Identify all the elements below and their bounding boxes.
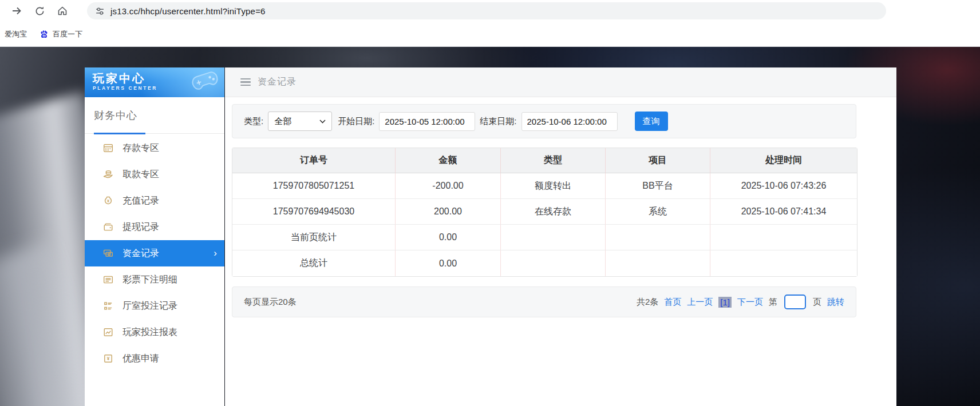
promo-yuan-icon: ¥ <box>103 353 113 364</box>
pagination-bar: 每页显示20条 共2条 首页 上一页 [1] 下一页 第 页 跳转 <box>232 286 856 317</box>
cell-empty <box>501 225 606 250</box>
hand-coins-icon <box>103 169 113 180</box>
bookmark-aitaobao[interactable]: 爱淘宝 <box>5 29 27 39</box>
menu-toggle-icon[interactable] <box>240 78 251 86</box>
sidebar-item-label: 取款专区 <box>122 169 159 181</box>
column-header-order-id: 订单号 <box>232 148 396 173</box>
reload-icon[interactable] <box>32 3 47 18</box>
cell-type: 在线存款 <box>501 199 606 225</box>
jump-button[interactable]: 跳转 <box>827 297 844 308</box>
deposit-card-icon <box>103 143 113 153</box>
sidebar-item-deposit-zone[interactable]: 存款专区 <box>85 135 224 161</box>
sidebar-item-label: 优惠申请 <box>122 353 159 365</box>
sidebar-item-promo-apply[interactable]: ¥ 优惠申请 <box>85 345 224 372</box>
prev-page-link[interactable]: 上一页 <box>687 297 713 308</box>
end-date-input[interactable] <box>521 112 618 131</box>
sidebar: 玩家中心 PLAYERS CENTER 财务中心 存款专区 取款专区 ¥ <box>85 67 224 406</box>
wallet-icon <box>103 222 113 232</box>
sidebar-item-hall-bet-record[interactable]: 厅室投注记录 <box>85 293 224 319</box>
cell-empty <box>710 225 857 250</box>
home-icon[interactable] <box>55 3 70 18</box>
type-select-value: 全部 <box>274 116 291 127</box>
sidebar-item-label: 彩票下注明细 <box>122 274 177 286</box>
start-date-label: 开始日期: <box>338 116 374 127</box>
cell-label: 总统计 <box>232 250 396 276</box>
cell-amount: 200.00 <box>396 199 501 225</box>
column-header-time: 处理时间 <box>710 148 857 173</box>
svg-text:¥: ¥ <box>107 356 110 361</box>
cell-empty <box>606 250 710 276</box>
cell-empty <box>710 250 857 276</box>
cell-label: 当前页统计 <box>232 225 396 250</box>
bookmark-label: 百度一下 <box>53 29 82 39</box>
first-page-link[interactable]: 首页 <box>664 297 681 308</box>
sidebar-item-label: 资金记录 <box>122 248 159 260</box>
baidu-paw-icon: du <box>39 30 49 39</box>
sidebar-item-withdrawal-record[interactable]: 提现记录 <box>85 214 224 240</box>
site-settings-icon[interactable] <box>95 6 105 16</box>
cell-project: BB平台 <box>606 173 710 199</box>
section-label: 财务中心 <box>94 109 137 122</box>
cell-project: 系统 <box>606 199 710 225</box>
type-select[interactable]: 全部 <box>268 112 332 131</box>
list-card-icon <box>103 274 113 285</box>
start-date-input[interactable] <box>379 112 475 131</box>
sidebar-item-withdraw-zone[interactable]: 取款专区 <box>85 161 224 188</box>
sidebar-item-label: 提现记录 <box>122 221 159 233</box>
section-accent-bar <box>94 133 145 134</box>
cell-order-id: 1759707694945030 <box>232 199 396 225</box>
sidebar-item-label: 厅室投注记录 <box>122 300 177 312</box>
page-title: 资金记录 <box>258 76 297 88</box>
pagination-controls: 共2条 首页 上一页 [1] 下一页 第 页 跳转 <box>637 294 844 309</box>
banknotes-icon <box>103 248 113 258</box>
cell-type: 额度转出 <box>501 173 606 199</box>
table-row-page-total: 当前页统计 0.00 <box>232 225 857 250</box>
total-count-text: 共2条 <box>637 297 658 308</box>
table-row: 1759707805071251 -200.00 额度转出 BB平台 2025-… <box>232 173 857 199</box>
cell-order-id: 1759707805071251 <box>232 173 396 199</box>
url-bar[interactable]: js13.cc/hhcp/usercenter.html?iniType=6 <box>87 2 886 19</box>
content-header: 资金记录 <box>225 67 896 97</box>
table-header-row: 订单号 金额 类型 项目 处理时间 <box>232 148 857 173</box>
sidebar-item-funds-record[interactable]: 资金记录 › <box>85 240 224 266</box>
bookmark-baidu[interactable]: du 百度一下 <box>39 29 82 39</box>
chart-report-icon <box>103 327 113 337</box>
cell-amount: 0.00 <box>396 225 501 250</box>
sidebar-item-recharge-record[interactable]: ¥ 充值记录 <box>85 188 224 214</box>
sidebar-banner: 玩家中心 PLAYERS CENTER <box>85 67 224 97</box>
main-content: 资金记录 类型: 全部 开始日期: 结束日期: 查询 订单号 金额 类型 项目 … <box>225 67 896 406</box>
table-row-grand-total: 总统计 0.00 <box>232 250 857 276</box>
jump-prefix-label: 第 <box>769 297 777 308</box>
cell-time: 2025-10-06 07:43:26 <box>710 173 857 199</box>
sidebar-item-label: 存款专区 <box>122 142 159 154</box>
cell-empty <box>606 225 710 250</box>
column-header-type: 类型 <box>501 148 606 173</box>
sidebar-item-label: 玩家投注报表 <box>122 327 177 339</box>
sidebar-section-finance: 财务中心 <box>85 97 224 134</box>
forward-icon[interactable] <box>9 3 24 18</box>
browser-toolbar: js13.cc/hhcp/usercenter.html?iniType=6 <box>0 0 980 22</box>
end-date-label: 结束日期: <box>480 116 516 127</box>
column-header-project: 项目 <box>606 148 710 173</box>
jump-suffix-label: 页 <box>813 297 821 308</box>
bookmarks-bar: 爱淘宝 du 百度一下 <box>0 22 980 46</box>
filter-panel: 类型: 全部 开始日期: 结束日期: 查询 <box>232 104 856 138</box>
sidebar-item-player-bet-report[interactable]: 玩家投注报表 <box>85 319 224 345</box>
page-size-text: 每页显示20条 <box>244 297 297 308</box>
funds-table: 订单号 金额 类型 项目 处理时间 1759707805071251 -200.… <box>232 148 858 277</box>
cell-empty <box>501 250 606 276</box>
table-row: 1759707694945030 200.00 在线存款 系统 2025-10-… <box>232 199 857 225</box>
chevron-down-icon <box>319 120 326 124</box>
type-label: 类型: <box>244 116 263 127</box>
list-items-icon <box>103 301 113 311</box>
browser-chrome: js13.cc/hhcp/usercenter.html?iniType=6 爱… <box>0 0 980 47</box>
current-page-indicator: [1] <box>718 297 732 308</box>
sidebar-item-lottery-bet-detail[interactable]: 彩票下注明细 <box>85 266 224 293</box>
svg-text:¥: ¥ <box>107 198 110 204</box>
url-text[interactable]: js13.cc/hhcp/usercenter.html?iniType=6 <box>110 6 266 16</box>
jump-page-input[interactable] <box>784 294 806 309</box>
next-page-link[interactable]: 下一页 <box>737 297 763 308</box>
search-button[interactable]: 查询 <box>635 112 668 131</box>
cell-amount: -200.00 <box>396 173 501 199</box>
sidebar-menu: 存款专区 取款专区 ¥ 充值记录 提现记录 资金记录 › <box>85 134 224 372</box>
